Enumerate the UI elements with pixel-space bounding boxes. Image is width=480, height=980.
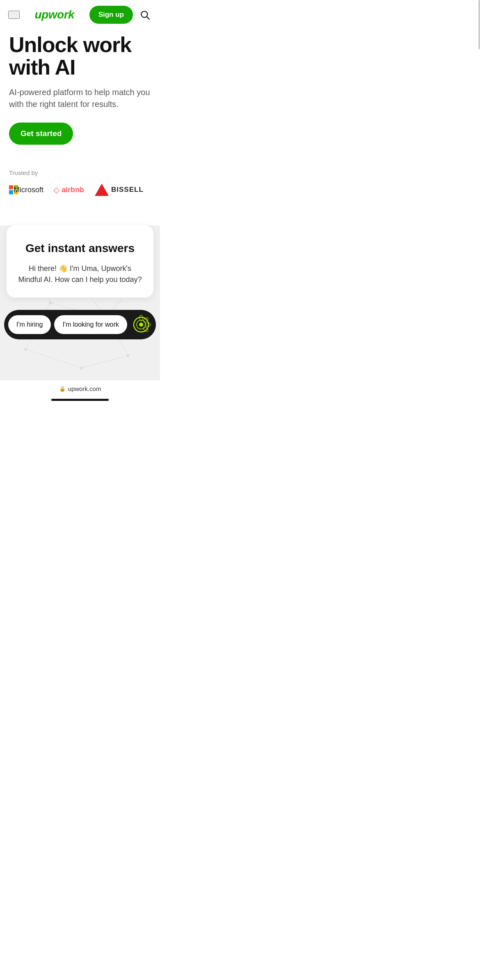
hiring-button[interactable]: I'm hiring xyxy=(8,315,51,334)
svg-line-11 xyxy=(26,350,82,368)
url-bar: 🔒 upwork.com xyxy=(0,380,160,396)
hero-section: Unlock work with AI AI-powered platform … xyxy=(0,30,160,157)
ai-card-title: Get instant answers xyxy=(16,242,144,255)
bissell-triangle-icon xyxy=(94,183,110,197)
trusted-section: Trusted by Microsoft ◇ airbnb BISSELL xyxy=(0,157,160,205)
header: upwork Sign up xyxy=(0,0,160,30)
looking-for-work-button[interactable]: I'm looking for work xyxy=(54,315,127,334)
signup-button[interactable]: Sign up xyxy=(89,6,133,24)
ai-section: Get instant answers Hi there! 👋 I'm Uma,… xyxy=(0,209,160,380)
chat-action-bar: I'm hiring I'm looking for work xyxy=(4,310,156,339)
ai-background: Get instant answers Hi there! 👋 I'm Uma,… xyxy=(0,225,160,380)
trusted-logos: Microsoft ◇ airbnb BISSELL xyxy=(9,183,151,197)
hero-subtitle: AI-powered platform to help match you wi… xyxy=(9,86,151,110)
url-text: upwork.com xyxy=(68,385,101,392)
airbnb-icon: ◇ xyxy=(53,185,59,195)
airbnb-logo: ◇ airbnb xyxy=(53,185,84,195)
home-indicator xyxy=(0,396,160,402)
upwork-logo: upwork xyxy=(35,8,75,21)
svg-marker-2 xyxy=(95,184,109,196)
svg-point-20 xyxy=(24,348,27,351)
ai-card-message: Hi there! 👋 I'm Uma, Upwork's Mindful AI… xyxy=(16,263,144,285)
bissell-text: BISSELL xyxy=(111,186,144,194)
microsoft-logo: Microsoft xyxy=(9,185,43,194)
ai-orb-icon[interactable] xyxy=(130,314,152,335)
svg-point-26 xyxy=(139,323,143,327)
search-icon xyxy=(139,9,150,20)
header-actions: Sign up xyxy=(89,6,152,24)
home-bar xyxy=(51,399,109,401)
get-started-button[interactable]: Get started xyxy=(9,123,73,145)
hero-title: Unlock work with AI xyxy=(9,34,151,78)
search-button[interactable] xyxy=(138,8,152,22)
svg-line-12 xyxy=(82,356,128,368)
microsoft-text: Microsoft xyxy=(14,186,43,194)
menu-button[interactable] xyxy=(8,11,20,19)
svg-point-18 xyxy=(49,301,52,305)
bissell-logo: BISSELL xyxy=(94,183,144,197)
ai-chat-card: Get instant answers Hi there! 👋 I'm Uma,… xyxy=(7,225,153,298)
lock-icon: 🔒 xyxy=(59,386,66,392)
airbnb-text: airbnb xyxy=(62,186,84,194)
svg-point-22 xyxy=(126,354,130,357)
svg-point-21 xyxy=(80,366,83,370)
svg-line-1 xyxy=(147,17,149,19)
trusted-label: Trusted by xyxy=(9,169,151,176)
